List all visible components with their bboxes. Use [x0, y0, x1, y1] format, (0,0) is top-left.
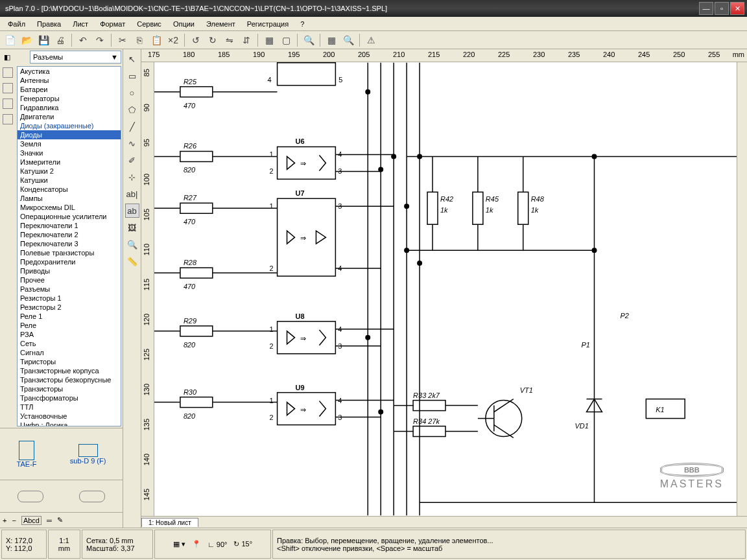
line-icon[interactable]: ═: [47, 517, 52, 524]
category-item[interactable]: Цифр.: Логика: [18, 421, 121, 426]
zoom-out-icon[interactable]: −: [12, 517, 16, 524]
category-item[interactable]: Переключатели 1: [18, 221, 121, 230]
schematic-canvas[interactable]: R25470R26820R27470R28470R29820R3082045U6…: [154, 62, 737, 516]
lib-ic1[interactable]: [3, 67, 13, 78]
dup-icon[interactable]: ×2: [166, 33, 180, 47]
category-item[interactable]: Резисторы 1: [18, 294, 121, 303]
menu-Сервис[interactable]: Сервис: [132, 19, 167, 29]
image-tool[interactable]: 🖼: [125, 220, 139, 235]
copy-icon[interactable]: ⎘: [132, 33, 147, 47]
pointer-tool[interactable]: ↖: [125, 52, 139, 66]
line-tool[interactable]: ╱: [125, 119, 139, 134]
category-item[interactable]: Двигатели: [18, 112, 121, 121]
category-item[interactable]: Переключатели 3: [18, 239, 121, 248]
lib-ic3[interactable]: [3, 99, 13, 109]
category-item[interactable]: Транзисторы: [18, 384, 121, 393]
menu-Лист[interactable]: Лист: [67, 19, 93, 29]
save-icon[interactable]: 💾: [36, 33, 51, 47]
new-icon[interactable]: 📄: [3, 33, 17, 47]
redo-icon[interactable]: ↷: [93, 33, 107, 47]
menu-?[interactable]: ?: [295, 19, 309, 29]
undo-icon[interactable]: ↶: [76, 33, 90, 47]
sheet-tab-1[interactable]: 1: Новый лист: [141, 518, 198, 527]
cut-icon[interactable]: ✂: [115, 33, 130, 47]
component-preview-2[interactable]: [0, 480, 123, 512]
category-item[interactable]: Катушки: [18, 176, 121, 185]
category-item[interactable]: Предохранители: [18, 257, 121, 266]
menu-Опции[interactable]: Опции: [168, 19, 200, 29]
abcd-icon[interactable]: Abcd: [21, 516, 42, 525]
grid-btn-icon[interactable]: ▦ ▾: [173, 540, 185, 548]
find-icon[interactable]: 🔍: [302, 33, 316, 47]
edit-icon[interactable]: ✎: [57, 516, 63, 524]
category-item[interactable]: Земля: [18, 139, 121, 148]
component-preview[interactable]: TAE-F sub-D 9 (F): [0, 428, 123, 480]
category-list[interactable]: АкустикаАнтенныБатареиГенераторыГидравли…: [17, 66, 121, 426]
freehand-tool[interactable]: ✐: [125, 153, 139, 167]
group-icon[interactable]: ▦: [262, 33, 276, 47]
warn-icon[interactable]: ⚠: [364, 33, 378, 47]
category-item[interactable]: Генераторы: [18, 94, 121, 103]
menu-Регистрация[interactable]: Регистрация: [242, 19, 294, 29]
category-item[interactable]: РЗА: [18, 330, 121, 339]
flip-h-icon[interactable]: ⇋: [222, 33, 237, 47]
lib-icon[interactable]: ◧: [0, 49, 14, 65]
paste-icon[interactable]: 📋: [149, 33, 163, 47]
category-item[interactable]: Конденсаторы: [18, 185, 121, 194]
circle-tool[interactable]: ○: [125, 86, 139, 100]
category-item[interactable]: Операционные усилители: [18, 212, 121, 221]
grid-icon[interactable]: ▦: [324, 33, 338, 47]
zoom-in-icon[interactable]: +: [3, 517, 6, 524]
category-item[interactable]: Переключатели 2: [18, 230, 121, 239]
label-tool[interactable]: ab: [125, 204, 139, 218]
ungroup-icon[interactable]: ▢: [279, 33, 293, 47]
measure-tool[interactable]: 📏: [125, 254, 139, 268]
category-item[interactable]: Диоды: [18, 130, 121, 139]
snap-btn-icon[interactable]: 📍: [192, 540, 201, 548]
category-item[interactable]: Измерители: [18, 158, 121, 167]
category-item[interactable]: Антенны: [18, 76, 121, 85]
menu-Файл[interactable]: Файл: [3, 19, 30, 29]
rotate-r-icon[interactable]: ↻: [206, 33, 220, 47]
open-icon[interactable]: 📂: [19, 33, 34, 47]
category-item[interactable]: ТТЛ: [18, 402, 121, 412]
bezier-tool[interactable]: ∿: [125, 136, 139, 150]
close-button[interactable]: ✕: [730, 2, 744, 15]
category-item[interactable]: Транзисторные корпуса: [18, 366, 121, 375]
category-item[interactable]: Микросхемы DIL: [18, 203, 121, 212]
category-item[interactable]: Диоды (закрашенные): [18, 121, 121, 130]
category-item[interactable]: Прочее: [18, 275, 121, 285]
rotate-l-icon[interactable]: ↺: [189, 33, 203, 47]
category-item[interactable]: Полевые транзисторы: [18, 248, 121, 257]
vertical-scrollbar[interactable]: [737, 62, 747, 516]
category-item[interactable]: Сигнал: [18, 348, 121, 357]
menu-Правка[interactable]: Правка: [32, 19, 66, 29]
category-item[interactable]: Лампы: [18, 194, 121, 203]
node-tool[interactable]: ⊹: [125, 170, 139, 184]
category-item[interactable]: Катушки 2: [18, 167, 121, 176]
category-item[interactable]: Гидравлика: [18, 103, 121, 112]
category-item[interactable]: Тиристоры: [18, 357, 121, 366]
menu-Элемент[interactable]: Элемент: [201, 19, 241, 29]
category-item[interactable]: Акустика: [18, 67, 121, 76]
lib-ic2[interactable]: [3, 83, 13, 93]
category-item[interactable]: Реле: [18, 321, 121, 330]
category-dropdown[interactable]: Разъемы▼: [30, 51, 121, 64]
maximize-button[interactable]: ▫: [715, 2, 729, 15]
text-tool[interactable]: ab|: [125, 187, 139, 201]
category-item[interactable]: Разъемы: [18, 285, 121, 294]
zoom-icon[interactable]: 🔍: [341, 33, 355, 47]
lib-ic4[interactable]: [3, 114, 13, 124]
menu-Формат[interactable]: Формат: [95, 19, 130, 29]
print-icon[interactable]: 🖨: [53, 33, 67, 47]
minimize-button[interactable]: —: [699, 2, 713, 15]
rot-icon[interactable]: ↻ 15°: [233, 540, 252, 548]
category-item[interactable]: Батареи: [18, 85, 121, 94]
category-item[interactable]: Приводы: [18, 266, 121, 275]
poly-tool[interactable]: ⬠: [125, 102, 139, 117]
zoom-tool[interactable]: 🔍: [125, 237, 139, 251]
category-item[interactable]: Транзисторы безкорпусные: [18, 375, 121, 384]
angle-icon[interactable]: ∟ 90°: [208, 541, 227, 548]
category-item[interactable]: Значки: [18, 148, 121, 158]
category-item[interactable]: Сеть: [18, 339, 121, 348]
